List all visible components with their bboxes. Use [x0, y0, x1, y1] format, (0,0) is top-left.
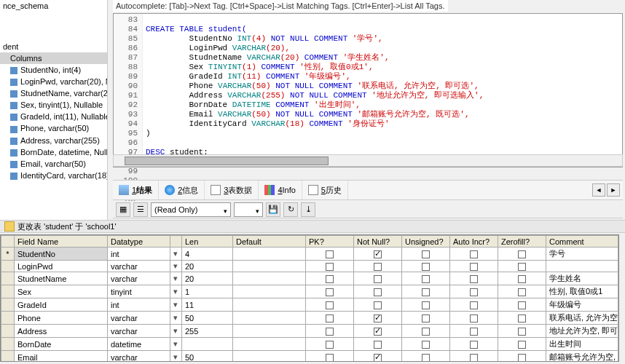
len-cell[interactable]: 50: [182, 351, 233, 363]
checkbox[interactable]: [422, 354, 430, 362]
notnull-cell[interactable]: [354, 325, 402, 338]
datatype-dropdown[interactable]: ▾: [170, 261, 182, 272]
zerofill-cell[interactable]: [498, 261, 546, 272]
export-button[interactable]: ⤓: [301, 202, 315, 217]
checkbox[interactable]: [422, 250, 430, 258]
tree-column-item[interactable]: StudnetName, varchar(20): [0, 87, 107, 99]
comment-cell[interactable]: 地址允许为空, 即可选输: [546, 325, 618, 338]
grid-header[interactable]: Len: [182, 236, 233, 248]
len-cell[interactable]: 1: [182, 285, 233, 298]
checkbox[interactable]: [374, 341, 382, 349]
checkbox[interactable]: [326, 301, 334, 309]
len-cell[interactable]: 20: [182, 272, 233, 285]
tree-column-item[interactable]: Email, varchar(50): [0, 158, 107, 170]
field-name-cell[interactable]: GradeId: [15, 298, 108, 312]
toggle-form-button[interactable]: ☰: [133, 202, 148, 217]
comment-cell[interactable]: 邮箱账号允许为空, 既可: [546, 351, 618, 363]
tab-prev-button[interactable]: ◄: [592, 183, 605, 197]
notnull-cell[interactable]: [354, 351, 402, 363]
readonly-combo[interactable]: (Read Only): [151, 202, 231, 217]
unsigned-cell[interactable]: [402, 325, 450, 338]
datatype-cell[interactable]: int: [108, 298, 170, 312]
autoincr-cell[interactable]: [450, 298, 498, 312]
grid-header[interactable]: Auto Incr?: [450, 236, 498, 248]
tree-column-item[interactable]: Sex, tinyint(1), Nullable: [0, 99, 107, 111]
checkbox[interactable]: [470, 275, 478, 283]
tab-info[interactable]: 4 Info: [259, 181, 302, 199]
grid-header[interactable]: PK?: [306, 236, 354, 248]
checkbox[interactable]: [422, 263, 430, 271]
tab-next-button[interactable]: ►: [607, 183, 620, 197]
table-row[interactable]: Emailvarchar▾50邮箱账号允许为空, 既可: [1, 351, 618, 363]
checkbox[interactable]: [518, 328, 526, 336]
tree-column-item[interactable]: LoginPwd, varchar(20), Nu: [0, 76, 107, 87]
unsigned-cell[interactable]: [402, 298, 450, 312]
checkbox[interactable]: [374, 354, 382, 362]
len-cell[interactable]: 255: [182, 325, 233, 338]
checkbox[interactable]: [422, 275, 430, 283]
checkbox[interactable]: [374, 301, 382, 309]
table-row[interactable]: GradeIdint▾11年级编号: [1, 298, 618, 312]
tree-schema[interactable]: nce_schema: [0, 0, 107, 12]
table-row[interactable]: Addressvarchar▾255地址允许为空, 即可选输: [1, 325, 618, 338]
len-cell[interactable]: 11: [182, 298, 233, 312]
grid-header[interactable]: Field Name: [15, 236, 108, 248]
code-area[interactable]: CREATE TABLE student( StudentNo INT(4) N…: [143, 14, 622, 167]
grid-header[interactable]: Comment: [546, 236, 618, 248]
autoincr-cell[interactable]: [450, 248, 498, 261]
comment-cell[interactable]: 学号: [546, 248, 618, 261]
checkbox[interactable]: [422, 341, 430, 349]
checkbox[interactable]: [518, 288, 526, 296]
table-row[interactable]: LoginPwdvarchar▾20: [1, 261, 618, 272]
notnull-cell[interactable]: [354, 298, 402, 312]
field-name-cell[interactable]: Email: [15, 351, 108, 363]
comment-cell[interactable]: 年级编号: [546, 298, 618, 312]
datatype-dropdown[interactable]: ▾: [170, 351, 182, 363]
tree-column-item[interactable]: StudentNo, int(4): [0, 64, 107, 76]
columns-grid[interactable]: Field NameDatatypeLenDefaultPK?Not Null?…: [0, 234, 619, 362]
default-cell[interactable]: [233, 298, 306, 312]
checkbox[interactable]: [518, 341, 526, 349]
checkbox[interactable]: [326, 341, 334, 349]
datatype-cell[interactable]: varchar: [108, 261, 170, 272]
checkbox[interactable]: [518, 275, 526, 283]
horizontal-scrollbar[interactable]: [113, 154, 623, 167]
autoincr-cell[interactable]: [450, 338, 498, 351]
comment-cell[interactable]: 联系电话, 允许为空, 即: [546, 312, 618, 325]
grid-header[interactable]: Default: [233, 236, 306, 248]
unsigned-cell[interactable]: [402, 312, 450, 325]
pk-cell[interactable]: [306, 248, 354, 261]
checkbox[interactable]: [518, 314, 526, 323]
tree-column-item[interactable]: GradeId, int(11), Nullable: [0, 111, 107, 122]
limit-combo[interactable]: [234, 202, 263, 217]
checkbox[interactable]: [470, 328, 478, 336]
checkbox[interactable]: [470, 341, 478, 349]
pk-cell[interactable]: [306, 261, 354, 272]
len-cell[interactable]: 4: [182, 248, 233, 261]
zerofill-cell[interactable]: [498, 351, 546, 363]
tree-column-item[interactable]: Phone, varchar(50): [0, 122, 107, 134]
autoincr-cell[interactable]: [450, 312, 498, 325]
refresh-button[interactable]: ↻: [283, 202, 298, 217]
datatype-dropdown[interactable]: ▾: [170, 298, 182, 312]
checkbox[interactable]: [518, 354, 526, 362]
checkbox[interactable]: [470, 301, 478, 309]
pk-cell[interactable]: [306, 325, 354, 338]
default-cell[interactable]: [233, 272, 306, 285]
checkbox[interactable]: [518, 301, 526, 309]
zerofill-cell[interactable]: [498, 298, 546, 312]
checkbox[interactable]: [422, 301, 430, 309]
default-cell[interactable]: [233, 338, 306, 351]
table-row[interactable]: Sextinyint▾1性别, 取值0或1: [1, 285, 618, 298]
zerofill-cell[interactable]: [498, 272, 546, 285]
datatype-cell[interactable]: varchar: [108, 272, 170, 285]
checkbox[interactable]: [422, 328, 430, 336]
table-row[interactable]: StudnetNamevarchar▾20学生姓名: [1, 272, 618, 285]
pk-cell[interactable]: [306, 285, 354, 298]
table-row[interactable]: *StudentNoint▾4学号: [1, 248, 618, 261]
field-name-cell[interactable]: StudnetName: [15, 272, 108, 285]
pk-cell[interactable]: [306, 298, 354, 312]
unsigned-cell[interactable]: [402, 272, 450, 285]
unsigned-cell[interactable]: [402, 261, 450, 272]
unsigned-cell[interactable]: [402, 248, 450, 261]
